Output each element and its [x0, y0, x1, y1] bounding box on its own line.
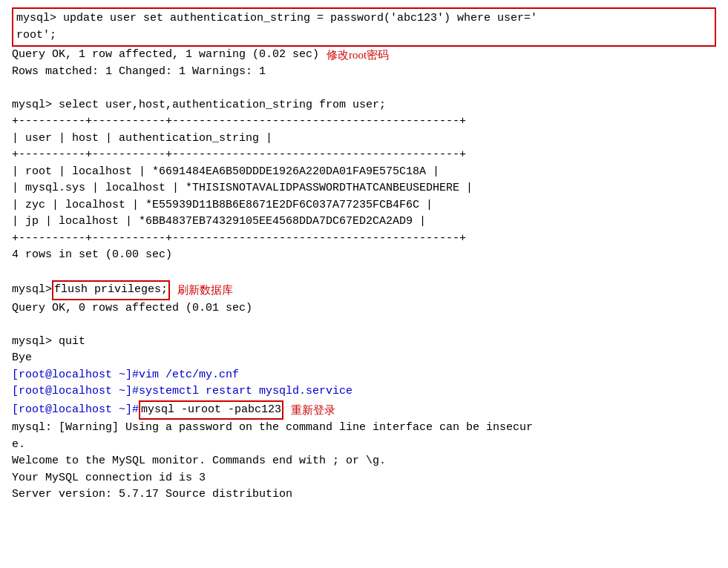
warning-cont-line: e. [12, 437, 716, 454]
table-row-jp: | jp | localhost | *6BB4837EB74329105EE4… [12, 214, 716, 231]
query-ok-text: Query OK, 1 row affected, 1 warning (0.0… [12, 47, 319, 64]
table-header-row: | user | host | authentication_string | [12, 131, 716, 148]
table-border-top: +----------+-----------+----------------… [12, 113, 716, 131]
flush-ok-line: Query OK, 0 rows affected (0.01 sec) [12, 300, 716, 317]
blank-line-1 [12, 80, 716, 97]
vim-cmd-text: [root@localhost ~]#vim /etc/my.cnf [12, 369, 239, 381]
modify-root-annotation: 修改root密码 [327, 47, 389, 64]
vim-cmd-line: [root@localhost ~]#vim /etc/my.cnf [12, 367, 716, 384]
blank-line-2 [12, 264, 716, 281]
mysql-login-line: [root@localhost ~]#mysql -uroot -pabc123… [12, 400, 716, 420]
server-ver-line: Server version: 5.7.17 Source distributi… [12, 486, 716, 503]
bye-line: Bye [12, 350, 716, 367]
terminal-window: mysql> update user set authentication_st… [12, 7, 716, 503]
rows-in-set-line: 4 rows in set (0.00 sec) [12, 247, 716, 264]
mysql-prompt-flush: mysql> [12, 282, 52, 299]
root-prompt-login: [root@localhost ~]# [12, 402, 139, 419]
table-row-mysql-sys: | mysql.sys | localhost | *THISISNOTAVAL… [12, 180, 716, 197]
flush-command-box: flush privileges; [52, 280, 170, 300]
select-cmd-line: mysql> select user,host,authentication_s… [12, 97, 716, 114]
update-command-text: mysql> update user set authentication_st… [16, 12, 537, 42]
mysql-login-box: mysql -uroot -pabc123 [139, 400, 283, 420]
table-row-root: | root | localhost | *6691484EA6B50DDDE1… [12, 164, 716, 181]
table-row-zyc: | zyc | localhost | *E55939D11B8B6E8671E… [12, 197, 716, 214]
update-command-block: mysql> update user set authentication_st… [12, 7, 716, 47]
rows-matched-line: Rows matched: 1 Changed: 1 Warnings: 1 [12, 64, 716, 81]
blank-line-3 [12, 317, 716, 334]
warning-line: mysql: [Warning] Using a password on the… [12, 420, 716, 437]
table-border-bottom: +----------+-----------+----------------… [12, 231, 716, 248]
relogin-annotation: 重新登录 [291, 402, 335, 419]
table-border-mid: +----------+-----------+----------------… [12, 147, 716, 164]
flush-annotation: 刷新数据库 [177, 282, 233, 299]
welcome-line: Welcome to the MySQL monitor. Commands e… [12, 453, 716, 470]
flush-cmd-line: mysql> flush privileges;刷新数据库 [12, 280, 716, 300]
systemctl-cmd-text: [root@localhost ~]#systemctl restart mys… [12, 385, 352, 397]
conn-id-line: Your MySQL connection id is 3 [12, 470, 716, 487]
systemctl-cmd-line: [root@localhost ~]#systemctl restart mys… [12, 383, 716, 400]
query-ok-line: Query OK, 1 row affected, 1 warning (0.0… [12, 47, 716, 64]
quit-cmd-line: mysql> quit [12, 334, 716, 351]
